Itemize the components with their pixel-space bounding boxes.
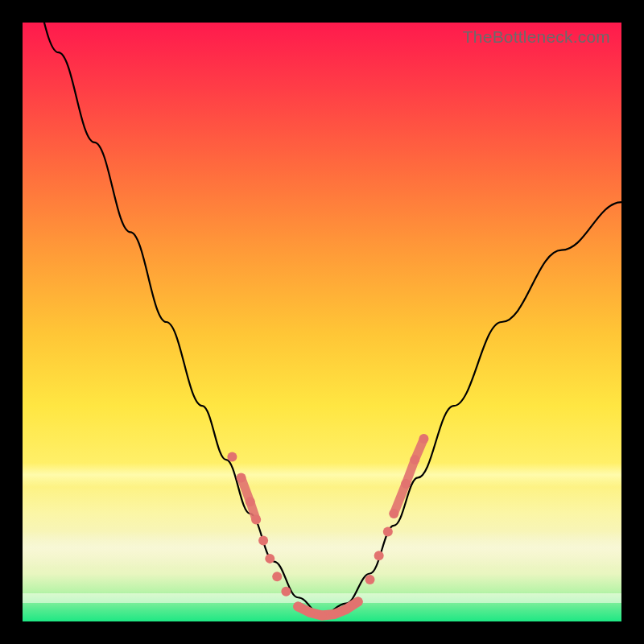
bead [401,479,411,489]
bottleneck-curve [23,23,621,616]
bead [305,608,315,617]
bead [353,597,363,606]
bead [374,551,384,560]
data-beads [227,434,428,620]
bead [251,515,261,525]
bead [246,497,255,506]
bead [419,434,428,444]
bead [227,452,237,461]
bead [365,575,375,584]
plot-area: TheBottleneck.com [23,23,621,621]
black-frame: TheBottleneck.com [0,0,644,644]
watermark-text: TheBottleneck.com [463,27,610,47]
bead [237,473,246,482]
bead [329,609,339,619]
bead [317,611,327,621]
bead [293,601,303,611]
curve-svg [23,23,621,621]
bead [265,554,275,564]
bead [272,572,282,581]
bead [383,526,393,536]
bead [341,605,351,614]
bead [410,455,419,464]
bead [389,509,398,518]
bead [281,587,291,597]
bead [258,536,268,546]
